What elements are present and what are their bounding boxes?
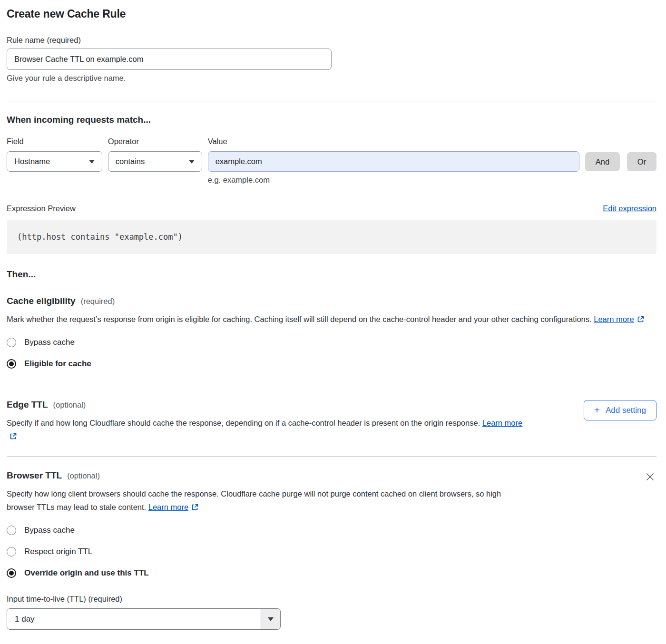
expression-preview-row: Expression Preview Edit expression — [7, 203, 656, 214]
operator-label: Operator — [108, 136, 202, 147]
rule-name-input[interactable]: Browser Cache TTL on example.com — [7, 49, 332, 70]
edge-ttl-badge: (optional) — [53, 400, 86, 410]
radio-checked-icon — [7, 568, 16, 578]
browser-ttl-badge: (optional) — [67, 471, 100, 480]
value-input[interactable]: example.com — [208, 151, 579, 172]
edge-ttl-heading-row: Edge TTL (optional) — [7, 399, 584, 411]
radio-icon — [7, 547, 16, 556]
operator-select[interactable]: contains — [108, 151, 202, 172]
radio-checked-icon — [7, 359, 16, 369]
radio-bypass-cache[interactable]: Bypass cache — [7, 338, 656, 347]
cache-eligibility-description: Mark whether the request’s response from… — [7, 312, 656, 326]
radio-label: Eligible for cache — [24, 359, 91, 369]
close-icon — [646, 472, 655, 481]
value-input-value: example.com — [215, 157, 262, 166]
radio-icon — [7, 526, 16, 535]
radio-browser-bypass-cache[interactable]: Bypass cache — [7, 526, 656, 535]
radio-label: Bypass cache — [24, 338, 75, 347]
external-link-icon — [191, 504, 198, 511]
cache-eligibility-heading-row: Cache eligibility (required) — [7, 295, 656, 307]
edge-ttl-learn-more-link[interactable]: Learn more — [482, 419, 522, 427]
match-condition-row: Field Hostname Operator contains Value e… — [7, 136, 656, 185]
divider — [7, 456, 656, 457]
browser-ttl-learn-more-link[interactable]: Learn more — [148, 503, 188, 511]
plus-icon: + — [594, 405, 600, 415]
external-link-icon — [637, 316, 644, 323]
edit-expression-link[interactable]: Edit expression — [603, 204, 656, 213]
radio-eligible-for-cache[interactable]: Eligible for cache — [7, 359, 656, 369]
external-link-icon — [10, 433, 17, 440]
edge-ttl-title: Edge TTL — [7, 399, 48, 411]
field-label: Field — [7, 136, 102, 147]
field-select-value: Hostname — [14, 157, 50, 166]
add-setting-button[interactable]: + Add setting — [584, 400, 656, 420]
rule-name-label: Rule name (required) — [7, 34, 656, 46]
edge-ttl-section: Edge TTL (optional) Specify if and how l… — [7, 399, 656, 443]
and-button[interactable]: And — [585, 152, 620, 171]
value-helper: e.g. example.com — [208, 176, 579, 185]
ttl-select-arrow[interactable] — [261, 609, 280, 629]
create-cache-rule-form: Create new Cache Rule Rule name (require… — [0, 0, 666, 643]
radio-override-origin-ttl[interactable]: Override origin and use this TTL — [7, 568, 656, 578]
chevron-down-icon — [189, 160, 195, 164]
cache-eligibility-learn-more-link[interactable]: Learn more — [594, 315, 634, 323]
browser-ttl-title: Browser TTL — [7, 469, 62, 482]
cache-eligibility-title: Cache eligibility — [7, 295, 76, 307]
radio-icon — [7, 338, 16, 347]
chevron-down-icon — [268, 617, 274, 621]
radio-label: Bypass cache — [24, 526, 75, 535]
browser-ttl-heading-row: Browser TTL (optional) — [7, 469, 644, 482]
value-label: Value — [208, 136, 579, 147]
browser-ttl-section: Browser TTL (optional) Specify how long … — [7, 469, 656, 514]
chevron-down-icon — [89, 160, 95, 164]
browser-ttl-description: Specify how long client browsers should … — [7, 487, 528, 514]
ttl-input-label: Input time-to-live (TTL) (required) — [7, 593, 656, 605]
ttl-select[interactable]: 1 day — [7, 608, 281, 630]
page-title: Create new Cache Rule — [7, 7, 656, 21]
radio-label: Respect origin TTL — [24, 547, 92, 556]
add-setting-label: Add setting — [606, 406, 646, 415]
then-heading: Then... — [7, 268, 656, 281]
or-button[interactable]: Or — [627, 152, 656, 171]
divider — [7, 101, 656, 101]
match-section-heading: When incoming requests match... — [7, 114, 656, 126]
radio-label: Override origin and use this TTL — [24, 568, 149, 578]
expression-code-block: (http.host contains "example.com") — [7, 220, 656, 254]
expression-preview-label: Expression Preview — [7, 203, 76, 214]
radio-respect-origin-ttl[interactable]: Respect origin TTL — [7, 547, 656, 556]
rule-name-helper: Give your rule a descriptive name. — [7, 74, 656, 83]
rule-name-value: Browser Cache TTL on example.com — [14, 55, 143, 64]
operator-select-value: contains — [116, 157, 145, 166]
field-select[interactable]: Hostname — [7, 151, 102, 172]
edge-ttl-description: Specify if and how long Cloudflare shoul… — [7, 416, 528, 443]
cache-eligibility-badge: (required) — [81, 297, 115, 306]
remove-browser-ttl-button[interactable] — [644, 470, 656, 485]
ttl-select-value: 1 day — [7, 609, 261, 629]
divider — [7, 386, 656, 386]
